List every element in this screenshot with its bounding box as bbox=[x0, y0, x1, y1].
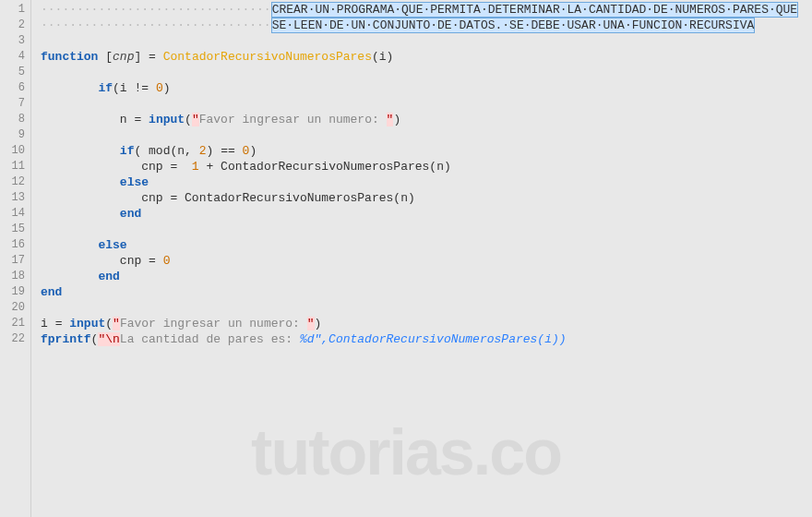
line-number: 7 bbox=[0, 96, 30, 112]
selected-text: CREAR·UN·PROGRAMA·QUE·PERMITA·DETERMINAR… bbox=[271, 2, 799, 18]
line-number: 6 bbox=[0, 80, 30, 96]
line-number: 11 bbox=[0, 159, 30, 174]
code-line: i = input("Favor ingresar un numero: ") bbox=[41, 316, 812, 331]
line-number: 20 bbox=[0, 300, 30, 316]
line-number: 16 bbox=[0, 237, 30, 253]
code-line bbox=[41, 222, 812, 237]
code-line: else bbox=[41, 174, 812, 190]
line-number: 13 bbox=[0, 190, 30, 206]
code-line: end bbox=[41, 206, 812, 222]
code-line: cnp = 1 + ContadorRecursivoNumerosPares(… bbox=[41, 159, 812, 174]
line-number: 4 bbox=[0, 49, 30, 65]
code-line: cnp = ContadorRecursivoNumerosPares(n) bbox=[41, 190, 812, 206]
code-line: fprintf("\nLa cantidad de pares es: %d",… bbox=[41, 331, 812, 347]
line-number: 14 bbox=[0, 206, 30, 222]
line-number: 5 bbox=[0, 65, 30, 80]
code-line bbox=[41, 33, 812, 49]
line-number: 15 bbox=[0, 222, 30, 237]
line-number: 1 bbox=[0, 2, 30, 18]
line-number: 21 bbox=[0, 316, 30, 331]
code-line: ································SE·LEEN·… bbox=[41, 18, 812, 33]
line-number: 19 bbox=[0, 284, 30, 300]
line-number-gutter: 1 2 3 4 5 6 7 8 9 10 11 12 13 14 15 16 1… bbox=[0, 0, 31, 517]
code-line bbox=[41, 65, 812, 80]
code-line: n = input("Favor ingresar un numero: ") bbox=[41, 112, 812, 127]
line-number: 3 bbox=[0, 33, 30, 49]
code-line bbox=[41, 96, 812, 112]
line-number: 12 bbox=[0, 174, 30, 190]
code-line: cnp = 0 bbox=[41, 253, 812, 269]
line-number: 8 bbox=[0, 112, 30, 127]
selected-text: SE·LEEN·DE·UN·CONJUNTO·DE·DATOS.·SE·DEBE… bbox=[271, 18, 756, 33]
line-number: 22 bbox=[0, 331, 30, 347]
line-number: 17 bbox=[0, 253, 30, 269]
code-area[interactable]: ································CREAR·UN… bbox=[31, 0, 812, 517]
code-line: if(i != 0) bbox=[41, 80, 812, 96]
line-number: 2 bbox=[0, 18, 30, 33]
code-line: ································CREAR·UN… bbox=[41, 2, 812, 18]
code-line: end bbox=[41, 284, 812, 300]
line-number: 18 bbox=[0, 269, 30, 284]
line-number: 10 bbox=[0, 143, 30, 159]
code-line: function [cnp] = ContadorRecursivoNumero… bbox=[41, 49, 812, 65]
code-line bbox=[41, 127, 812, 143]
code-line: end bbox=[41, 269, 812, 284]
code-line: if( mod(n, 2) == 0) bbox=[41, 143, 812, 159]
code-line: else bbox=[41, 237, 812, 253]
line-number: 9 bbox=[0, 127, 30, 143]
code-line bbox=[41, 300, 812, 316]
code-editor: 1 2 3 4 5 6 7 8 9 10 11 12 13 14 15 16 1… bbox=[0, 0, 812, 517]
